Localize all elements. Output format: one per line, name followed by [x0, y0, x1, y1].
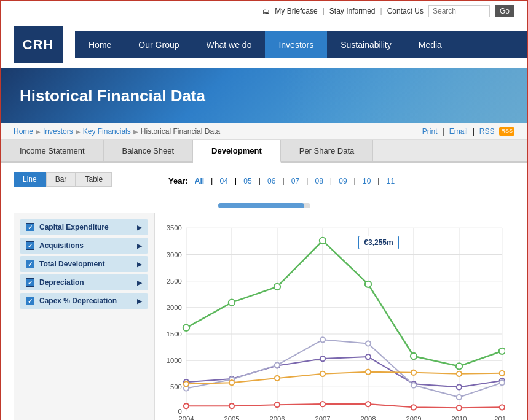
point-total-development-4 — [365, 281, 371, 287]
tab-balance-sheet[interactable]: Balance Sheet — [104, 140, 194, 161]
breadcrumb-home[interactable]: Home — [14, 127, 33, 136]
separator-email: | — [473, 127, 475, 136]
year-selector: Year: All | 04 | 05 | 06 | 07 | 08 | 09 … — [168, 176, 396, 185]
main-content: Capital Expenditure ▶ Acquisitions ▶ Tot… — [14, 213, 514, 420]
checkbox-acquisitions[interactable] — [26, 241, 34, 250]
stay-informed-link[interactable]: Stay Informed — [329, 7, 376, 15]
breadcrumb-current: Historical Financial Data — [141, 127, 220, 136]
view-line-button[interactable]: Line — [14, 172, 46, 187]
view-toggles: Line Bar Table — [14, 172, 112, 187]
year-08[interactable]: 08 — [313, 177, 325, 185]
chart-svg: 3500 3000 2500 2000 1500 1000 500 0 — [164, 219, 505, 420]
logo[interactable]: CRH — [14, 26, 63, 63]
legend-arrow-capex-depreciation: ▶ — [137, 298, 142, 305]
checkbox-capex-depreciation[interactable] — [26, 297, 34, 305]
year-07[interactable]: 07 — [290, 177, 301, 185]
main-nav: Home Our Group What we do Investors Sust… — [75, 31, 527, 58]
chart-container: €3,255m 3500 3000 2500 2000 1500 1000 50… — [155, 213, 514, 420]
point-total-development-5 — [411, 353, 417, 359]
point-cpx-3 — [320, 402, 325, 406]
year-all[interactable]: All — [193, 177, 206, 185]
rss-link[interactable]: RSS — [479, 127, 495, 136]
email-link[interactable]: Email — [449, 127, 468, 136]
year-range-slider[interactable] — [218, 203, 310, 208]
legend-depreciation[interactable]: Depreciation ▶ — [20, 274, 148, 290]
legend-arrow-total-development: ▶ — [137, 261, 142, 268]
point-dep-0 — [184, 381, 189, 386]
print-link[interactable]: Print — [422, 127, 438, 136]
rss-icon: RSS — [499, 127, 514, 136]
svg-text:2011: 2011 — [494, 415, 505, 420]
breadcrumb-investors[interactable]: Investors — [43, 127, 73, 136]
svg-text:2500: 2500 — [167, 278, 182, 285]
checkbox-capital-expenditure[interactable] — [26, 223, 34, 231]
tab-per-share-data[interactable]: Per Share Data — [281, 140, 374, 161]
svg-text:2000: 2000 — [167, 304, 182, 311]
nav-our-group[interactable]: Our Group — [125, 31, 192, 58]
point-cpx-1 — [229, 403, 234, 408]
breadcrumb-arrow-1: ▶ — [36, 128, 41, 135]
logo-nav: CRH Home Our Group What we do Investors … — [1, 21, 527, 68]
point-cpx-6 — [457, 405, 462, 410]
legend-arrow-depreciation: ▶ — [137, 279, 142, 286]
tooltip-value: €3,255m — [364, 238, 393, 247]
legend-capex-depreciation[interactable]: Capex % Depreciation ▶ — [20, 293, 148, 309]
nav-sustainability[interactable]: Sustainability — [327, 31, 405, 58]
svg-text:2006: 2006 — [269, 415, 285, 420]
point-cpx-0 — [184, 403, 189, 408]
year-05[interactable]: 05 — [242, 177, 253, 185]
year-sep-6: | — [330, 176, 332, 185]
svg-text:2004: 2004 — [178, 415, 194, 420]
tab-income-statement[interactable]: Income Statement — [1, 140, 104, 161]
year-06[interactable]: 06 — [266, 177, 277, 185]
chart-area: Line Bar Table Year: All | 04 | 05 | 06 … — [1, 163, 527, 420]
legend-arrow-acquisitions: ▶ — [137, 243, 142, 249]
legend-capital-expenditure[interactable]: Capital Expenditure ▶ — [20, 219, 148, 235]
legend-total-development[interactable]: Total Development ▶ — [20, 256, 148, 272]
year-10[interactable]: 10 — [361, 177, 372, 185]
legend-label-depreciation: Depreciation — [39, 278, 84, 287]
year-11[interactable]: 11 — [385, 177, 396, 185]
point-dep-5 — [411, 370, 416, 375]
point-total-development-1 — [229, 300, 235, 306]
point-cpx-4 — [366, 402, 371, 406]
tooltip: €3,255m — [358, 236, 398, 249]
year-09[interactable]: 09 — [337, 177, 349, 185]
view-bar-button[interactable]: Bar — [46, 172, 76, 187]
nav-media[interactable]: Media — [405, 31, 455, 58]
checkbox-total-development[interactable] — [26, 260, 34, 268]
checkbox-depreciation[interactable] — [26, 278, 34, 287]
contact-link[interactable]: Contact Us — [387, 7, 424, 15]
nav-home[interactable]: Home — [75, 31, 125, 58]
breadcrumb-arrow-3: ▶ — [133, 128, 138, 135]
nav-what-we-do[interactable]: What we do — [193, 31, 266, 58]
point-cpx-5 — [411, 405, 416, 410]
my-briefcase-link[interactable]: My Briefcase — [275, 7, 317, 15]
hero-bg — [281, 68, 527, 123]
tab-development[interactable]: Development — [193, 140, 281, 163]
separator-print: | — [443, 127, 444, 136]
legend-label-capital-expenditure: Capital Expenditure — [39, 223, 109, 231]
breadcrumb: Home ▶ Investors ▶ Key Financials ▶ Hist… — [14, 127, 220, 136]
point-dep-2 — [275, 376, 280, 381]
point-acq-5 — [411, 383, 416, 387]
search-input[interactable] — [428, 5, 490, 17]
legend-arrow-capital-expenditure: ▶ — [137, 224, 142, 231]
point-acq-7 — [500, 380, 505, 385]
legend-acquisitions[interactable]: Acquisitions ▶ — [20, 238, 148, 254]
year-sep-1: | — [211, 176, 213, 185]
breadcrumb-key-financials[interactable]: Key Financials — [83, 127, 131, 136]
point-capex-4 — [366, 354, 371, 359]
point-total-development-6 — [456, 363, 462, 369]
year-label: Year: — [168, 176, 188, 185]
year-sep-7: | — [354, 176, 356, 185]
svg-text:2009: 2009 — [406, 415, 421, 420]
point-capex-6 — [457, 384, 462, 389]
legend-label-acquisitions: Acquisitions — [39, 241, 84, 250]
search-go-button[interactable]: Go — [495, 5, 514, 17]
nav-investors[interactable]: Investors — [265, 31, 327, 58]
point-acq-6 — [457, 395, 462, 400]
year-04[interactable]: 04 — [218, 177, 230, 185]
view-table-button[interactable]: Table — [76, 172, 112, 187]
tab-bar: Income Statement Balance Sheet Developme… — [1, 140, 527, 163]
